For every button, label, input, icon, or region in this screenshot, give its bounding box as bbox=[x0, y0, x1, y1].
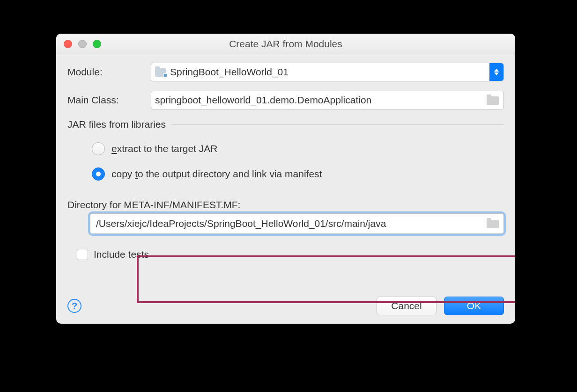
zoom-window-button[interactable] bbox=[93, 40, 101, 48]
include-tests-checkbox[interactable] bbox=[77, 249, 88, 260]
manifest-dir-field-wrap bbox=[90, 213, 504, 234]
radio-extract-row[interactable]: extract to the target JAR bbox=[92, 142, 504, 155]
chevron-updown-icon bbox=[489, 63, 503, 81]
manifest-dir-field[interactable] bbox=[90, 213, 504, 234]
cancel-button[interactable]: Cancel bbox=[377, 297, 436, 315]
minimize-window-button[interactable] bbox=[78, 40, 87, 48]
radio-extract[interactable] bbox=[92, 142, 105, 155]
dialog-content: Module: SpringBoot_HelloWorld_01 Main Cl… bbox=[56, 54, 515, 260]
module-value: SpringBoot_HelloWorld_01 bbox=[170, 66, 489, 78]
dialog-footer: ? Cancel OK bbox=[56, 289, 515, 324]
radio-copy[interactable] bbox=[92, 167, 105, 181]
module-label: Module: bbox=[67, 66, 151, 78]
titlebar: Create JAR from Modules bbox=[56, 34, 515, 54]
help-button[interactable]: ? bbox=[67, 299, 81, 313]
include-tests-row[interactable]: Include tests bbox=[77, 249, 504, 260]
window-controls bbox=[64, 40, 101, 48]
dialog-title: Create JAR from Modules bbox=[56, 38, 515, 50]
ok-button[interactable]: OK bbox=[444, 297, 504, 315]
browse-manifest-dir-button[interactable] bbox=[487, 219, 499, 228]
main-class-input[interactable] bbox=[155, 94, 484, 106]
module-select[interactable]: SpringBoot_HelloWorld_01 bbox=[151, 63, 504, 81]
manifest-dir-label: Directory for META-INF/MANIFEST.MF: bbox=[67, 199, 504, 211]
module-icon bbox=[155, 67, 166, 77]
create-jar-dialog: Create JAR from Modules Module: SpringBo… bbox=[56, 34, 515, 324]
jar-libraries-group: JAR files from libraries extract to the … bbox=[67, 119, 504, 181]
main-class-row: Main Class: bbox=[67, 91, 504, 109]
radio-copy-row[interactable]: copy to the output directory and link vi… bbox=[92, 167, 504, 181]
close-window-button[interactable] bbox=[64, 40, 72, 48]
main-class-field[interactable] bbox=[151, 91, 504, 109]
group-legend: JAR files from libraries bbox=[67, 119, 171, 130]
radio-copy-label: copy to the output directory and link vi… bbox=[111, 168, 322, 180]
radio-extract-label: extract to the target JAR bbox=[111, 143, 217, 154]
module-row: Module: SpringBoot_HelloWorld_01 bbox=[67, 63, 504, 81]
include-tests-label: Include tests bbox=[94, 249, 149, 260]
manifest-dir-input[interactable] bbox=[96, 218, 484, 229]
browse-main-class-button[interactable] bbox=[487, 95, 499, 105]
main-class-label: Main Class: bbox=[67, 94, 151, 106]
